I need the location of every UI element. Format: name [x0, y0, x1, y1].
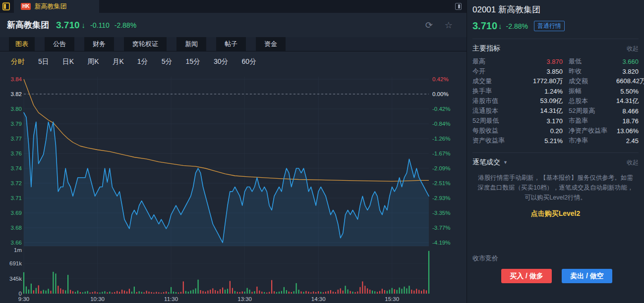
stat-value: 3.850	[511, 68, 563, 75]
favorite-star-icon[interactable]: ☆	[445, 21, 453, 30]
buy-long-button[interactable]: 买入 / 做多	[501, 269, 552, 283]
stat-label: 港股市值	[472, 97, 511, 105]
svg-text:1m: 1m	[14, 247, 22, 253]
stock-nav-tabs: 图表公告财务窝轮权证新闻帖子资金	[0, 37, 467, 51]
svg-text:-3.35%: -3.35%	[432, 210, 450, 216]
indicators-collapse-button[interactable]: 收起	[627, 45, 639, 53]
chart-period-tabs: 分时5日日K周K月K1分5分15分30分60分	[0, 51, 467, 72]
period-monthly-k[interactable]: 月K	[112, 57, 123, 66]
stat-label: 市盈率	[569, 116, 616, 125]
stat-label: 今开	[472, 67, 511, 76]
stat-label: 总股本	[569, 97, 616, 105]
tab-chart[interactable]: 图表	[9, 37, 35, 51]
stock-price: 3.710	[56, 20, 80, 31]
tab-posts[interactable]: 帖子	[216, 37, 246, 51]
svg-text:-0.84%: -0.84%	[432, 121, 450, 127]
tick-trades-collapse-button[interactable]: 收起	[627, 158, 639, 167]
stat-value: 1772.80万	[511, 77, 563, 86]
period-1min[interactable]: 1分	[137, 57, 148, 66]
stat-row: 最高3.870最低3.660	[472, 56, 639, 66]
svg-text:-2.51%: -2.51%	[432, 180, 450, 186]
tab-financials[interactable]: 财务	[84, 37, 114, 51]
tab-announcements[interactable]: 公告	[45, 37, 74, 51]
price-down-arrow-icon: ↓	[82, 21, 86, 29]
period-60min[interactable]: 60分	[242, 57, 257, 66]
stat-label: 昨收	[569, 67, 616, 76]
svg-text:3.72: 3.72	[11, 180, 22, 186]
svg-text:3.79: 3.79	[11, 121, 22, 127]
stock-change-pct: -2.88%	[115, 21, 136, 29]
stat-label: 资产收益率	[472, 136, 511, 145]
indicators-header: 主要指标 收起	[472, 44, 639, 53]
svg-text:3.68: 3.68	[11, 225, 22, 231]
period-15min[interactable]: 15分	[185, 57, 200, 66]
sidebar-toggle-icon[interactable]	[2, 2, 10, 10]
stat-label: 52周最低	[472, 116, 511, 125]
window-tab-bar: HK 新高教集团	[0, 0, 467, 13]
indicators-grid: 最高3.870最低3.660今开3.850昨收3.820成交量1772.80万成…	[472, 56, 639, 146]
stock-header: 新高教集团 3.710 ↓ -0.110 -2.88% ⟳ ☆	[0, 13, 467, 37]
stat-label: 净资产收益率	[569, 126, 616, 135]
tick-trades-header: 逐笔成交 ▼ 收起	[472, 158, 639, 167]
svg-text:3.74: 3.74	[11, 165, 22, 171]
stat-value: 1.24%	[511, 88, 563, 95]
level2-notice-text: 港股行情需手动刷新，【基本报价】服务仅供参考。如需深度盘口数据（买卖10档），逐…	[472, 173, 639, 202]
intraday-chart-svg: 3.843.823.803.793.773.763.743.723.713.69…	[0, 72, 467, 303]
svg-text:3.66: 3.66	[11, 240, 22, 246]
tab-funds[interactable]: 资金	[256, 37, 286, 51]
intraday-chart[interactable]: 3.843.823.803.793.773.763.743.723.713.69…	[0, 72, 467, 303]
period-30min[interactable]: 30分	[214, 57, 229, 66]
stat-label: 流通股本	[472, 106, 511, 115]
svg-text:11:30: 11:30	[164, 296, 178, 302]
quote-panel: 02001 新高教集团 3.710 ↓ -2.88% 普通行情 主要指标 收起 …	[467, 0, 644, 303]
refresh-icon[interactable]: ⟳	[425, 21, 433, 30]
svg-text:-1.26%: -1.26%	[432, 136, 450, 142]
stat-row: 成交量1772.80万成交额6608.42万	[472, 76, 639, 86]
indicators-title: 主要指标	[472, 44, 500, 53]
trade-buttons: 买入 / 做多 卖出 / 做空	[472, 269, 639, 283]
svg-text:0.42%: 0.42%	[432, 76, 449, 82]
sell-short-button[interactable]: 卖出 / 做空	[562, 269, 612, 283]
divider	[472, 39, 639, 39]
stat-row: 资产收益率5.21%市净率2.45	[472, 136, 639, 146]
tab-news[interactable]: 新闻	[176, 37, 206, 51]
svg-text:3.77: 3.77	[11, 136, 22, 142]
period-5d[interactable]: 5日	[38, 57, 49, 66]
stat-label: 换手率	[472, 87, 511, 96]
stat-row: 流通股本14.31亿52周最高8.466	[472, 106, 639, 116]
stat-label: 最高	[472, 57, 511, 66]
svg-text:3.84: 3.84	[11, 76, 22, 82]
svg-text:14:30: 14:30	[311, 296, 326, 302]
buy-level2-link[interactable]: 点击购买Level2	[472, 209, 639, 218]
period-weekly-k[interactable]: 周K	[87, 57, 99, 66]
hk-market-badge: HK	[21, 3, 31, 10]
quote-price: 3.710	[472, 20, 497, 32]
period-5min[interactable]: 5分	[162, 57, 173, 66]
svg-text:13:30: 13:30	[237, 296, 252, 302]
window-tab-title: 新高教集团	[34, 2, 66, 11]
svg-text:3.76: 3.76	[11, 151, 22, 156]
stock-window-tab[interactable]: HK 新高教集团	[14, 0, 99, 13]
svg-text:345k: 345k	[9, 276, 22, 282]
stat-label: 市净率	[569, 136, 616, 145]
chart-panel: HK 新高教集团 新高教集团 3.710 ↓ -0.110 -2.88% ⟳ ☆…	[0, 0, 467, 303]
stock-name: 新高教集团	[7, 19, 49, 31]
stat-row: 52周最低3.170市盈率18.76	[472, 116, 639, 126]
stat-value: 53.09亿	[511, 97, 563, 105]
period-intraday[interactable]: 分时	[11, 57, 25, 66]
svg-text:-3.77%: -3.77%	[432, 225, 450, 231]
app-root: HK 新高教集团 新高教集团 3.710 ↓ -0.110 -2.88% ⟳ ☆…	[0, 0, 644, 303]
stat-value: 14.31亿	[511, 106, 563, 115]
period-daily-k[interactable]: 日K	[62, 57, 74, 66]
stat-value: 0.20	[511, 127, 563, 135]
stat-value: 3.870	[511, 58, 563, 65]
quote-change-pct: -2.88%	[506, 22, 528, 30]
chevron-down-icon[interactable]: ▼	[503, 160, 508, 165]
stat-value: 5.21%	[511, 137, 563, 145]
tab-warrants[interactable]: 窝轮权证	[124, 37, 167, 51]
svg-text:10:30: 10:30	[90, 296, 105, 302]
divider	[472, 152, 639, 153]
svg-text:3.71: 3.71	[11, 195, 22, 201]
panel-layout-toggle-icon[interactable]	[455, 3, 462, 10]
svg-text:3.82: 3.82	[11, 91, 22, 97]
